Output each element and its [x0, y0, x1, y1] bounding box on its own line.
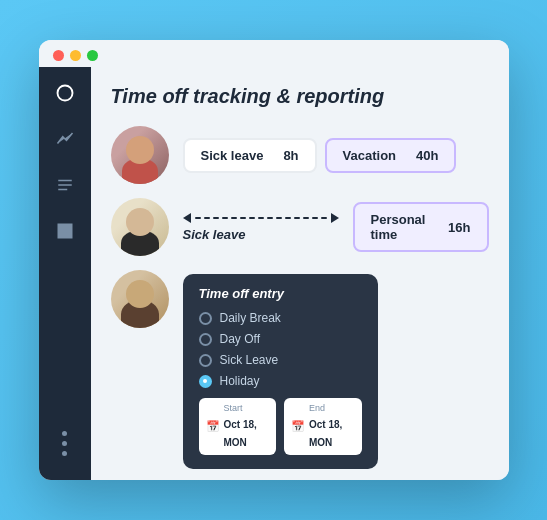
personal-time-pill: Personal time 16h	[353, 202, 489, 252]
minimize-button[interactable]	[70, 50, 81, 61]
sidebar-item-list[interactable]	[51, 171, 79, 199]
dot-1	[62, 431, 67, 436]
end-cal-icon: 📅	[291, 420, 305, 433]
sidebar-item-chart[interactable]	[51, 125, 79, 153]
timeline-area: Sick leave	[183, 213, 339, 242]
vacation-value: 40h	[416, 148, 438, 163]
timeline-arrow-left	[183, 213, 191, 223]
radio-holiday[interactable]	[199, 375, 212, 388]
avatar-1	[111, 126, 169, 184]
main-content: Time off tracking & reporting Sick leave…	[91, 67, 509, 480]
sick-leave-value: 8h	[283, 148, 298, 163]
vacation-pill: Vacation 40h	[325, 138, 457, 173]
sidebar-item-home[interactable]	[51, 79, 79, 107]
page-title: Time off tracking & reporting	[111, 85, 489, 108]
sidebar	[39, 67, 91, 480]
personal-time-value: 16h	[448, 220, 470, 235]
svg-rect-7	[65, 232, 71, 238]
svg-rect-5	[65, 224, 71, 230]
label-daily-break: Daily Break	[220, 311, 281, 325]
sidebar-dots	[62, 431, 67, 468]
option-holiday[interactable]: Holiday	[199, 374, 362, 388]
timeline-label: Sick leave	[183, 227, 246, 242]
timeoff-panel: Time off entry Daily Break Day Off Sick …	[183, 274, 378, 469]
avatar-3	[111, 270, 169, 328]
vacation-label: Vacation	[343, 148, 396, 163]
svg-point-0	[57, 86, 72, 101]
person-row-1: Sick leave 8h Vacation 40h	[111, 126, 489, 184]
sick-leave-label: Sick leave	[201, 148, 264, 163]
timeline-dashes	[195, 217, 327, 219]
person-row-3: Time off entry Daily Break Day Off Sick …	[111, 270, 489, 469]
maximize-button[interactable]	[87, 50, 98, 61]
option-sick-leave[interactable]: Sick Leave	[199, 353, 362, 367]
sidebar-item-grid[interactable]	[51, 217, 79, 245]
date-row: 📅 Start Oct 18, MON 📅 End Oct 18, MON	[199, 398, 362, 455]
person1-pills: Sick leave 8h Vacation 40h	[183, 138, 457, 173]
label-sick-leave: Sick Leave	[220, 353, 279, 367]
svg-rect-4	[58, 224, 64, 230]
dot-3	[62, 451, 67, 456]
person-row-2: Sick leave Personal time 16h	[111, 198, 489, 256]
app-body: Time off tracking & reporting Sick leave…	[39, 67, 509, 480]
timeline-arrow-right	[331, 213, 339, 223]
timeoff-panel-title: Time off entry	[199, 286, 362, 301]
avatar-2	[111, 198, 169, 256]
radio-sick-leave[interactable]	[199, 354, 212, 367]
close-button[interactable]	[53, 50, 64, 61]
end-label: End	[309, 403, 355, 413]
start-date-value: Oct 18, MON	[224, 419, 257, 448]
label-day-off: Day Off	[220, 332, 260, 346]
sick-leave-pill: Sick leave 8h	[183, 138, 317, 173]
start-label: Start	[224, 403, 270, 413]
option-day-off[interactable]: Day Off	[199, 332, 362, 346]
end-date-field[interactable]: 📅 End Oct 18, MON	[284, 398, 362, 455]
radio-daily-break[interactable]	[199, 312, 212, 325]
dot-2	[62, 441, 67, 446]
title-bar	[39, 40, 509, 67]
personal-time-label: Personal time	[371, 212, 429, 242]
app-window: Time off tracking & reporting Sick leave…	[39, 40, 509, 480]
svg-rect-6	[58, 232, 64, 238]
start-date-field[interactable]: 📅 Start Oct 18, MON	[199, 398, 277, 455]
timeline-bar	[183, 213, 339, 223]
label-holiday: Holiday	[220, 374, 260, 388]
start-cal-icon: 📅	[206, 420, 220, 433]
end-date-value: Oct 18, MON	[309, 419, 342, 448]
radio-day-off[interactable]	[199, 333, 212, 346]
option-daily-break[interactable]: Daily Break	[199, 311, 362, 325]
